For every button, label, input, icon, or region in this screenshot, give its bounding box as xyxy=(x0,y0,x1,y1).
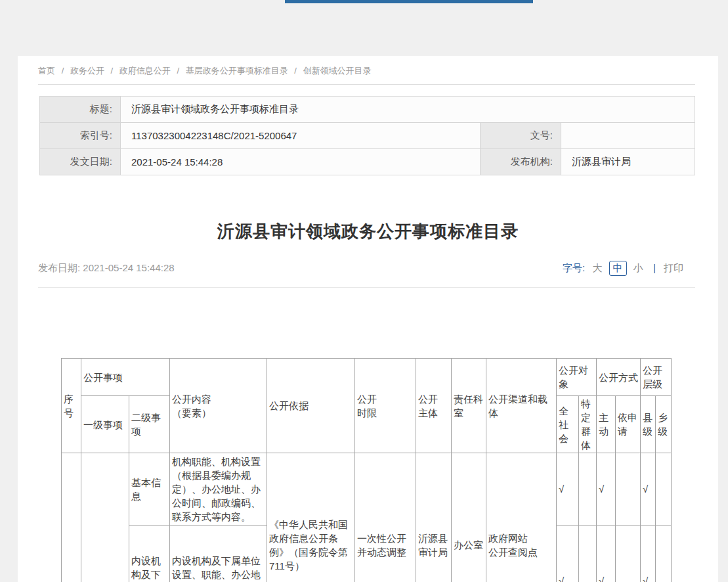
doc-info-row-title: 标题: 沂源县审计领域政务公开事项标准目录 xyxy=(40,97,695,123)
font-size-large-button[interactable]: 大 xyxy=(592,262,602,275)
tools-separator: | xyxy=(653,262,656,273)
catalog-header-row-1: 序号 公开事项 公开内容 （要素） 公开依据 公开 时限 公开 主体 责任科室 … xyxy=(62,359,672,396)
doc-number-label: 文号: xyxy=(481,123,561,149)
breadcrumb-separator: / xyxy=(62,66,64,76)
header-disclosure-content: 公开内容 （要素） xyxy=(170,359,267,453)
catalog-row-basic-info: 基本信息 机构职能、机构设置（根据县委编办规定）、办公地址、办公时间、邮政编码、… xyxy=(62,453,672,526)
cell-level2-item: 基本信息 xyxy=(129,453,170,526)
header-responsible-office: 责任科室 xyxy=(452,359,486,453)
cell-channels-carriers: 政府网站 公开查阅点 xyxy=(486,453,557,582)
header-specific-group: 特定群体 xyxy=(579,396,597,453)
cell-disclosure-subject: 沂源县审计局 xyxy=(416,453,452,582)
breadcrumb-item-zhengwu[interactable]: 政务公开 xyxy=(70,66,104,76)
doc-info-table: 标题: 沂源县审计领域政务公开事项标准目录 索引号: 1137032300422… xyxy=(39,96,695,175)
breadcrumb-separator: / xyxy=(177,66,179,76)
cell-disclosure-deadline: 一次性公开并动态调整 xyxy=(355,453,416,582)
publish-date-value: 2021-05-24 15:44:28 xyxy=(83,262,174,273)
article-meta-bar: 发布日期: 2021-05-24 15:44:28 字号: 大 中 小 | 打印 xyxy=(38,261,695,277)
top-nav-active-indicator xyxy=(285,0,533,3)
doc-title-value: 沂源县审计领域政务公开事项标准目录 xyxy=(121,97,695,123)
header-disclosure-deadline: 公开 时限 xyxy=(355,359,416,453)
check-county-level: √ xyxy=(641,526,656,582)
article-meta-divider xyxy=(38,287,695,288)
check-township-level xyxy=(656,453,672,526)
header-township-level: 乡级 xyxy=(656,396,672,453)
doc-agency-value: 沂源县审计局 xyxy=(561,149,695,175)
header-disclosure-subject: 公开 主体 xyxy=(416,359,452,453)
page-title: 沂源县审计领域政务公开事项标准目录 xyxy=(18,220,718,243)
check-whole-society: √ xyxy=(557,526,579,582)
header-channels-carriers: 公开渠道和载体 xyxy=(486,359,557,453)
cell-serial-number xyxy=(62,453,81,582)
cell-level2-item: 内设机构及下属事业单位 xyxy=(129,526,170,582)
catalog-table: 序号 公开事项 公开内容 （要素） 公开依据 公开 时限 公开 主体 责任科室 … xyxy=(61,358,672,582)
breadcrumb: 首页 / 政务公开 / 政府信息公开 / 基层政务公开事项标准目录 / 创新领域… xyxy=(38,65,695,77)
font-size-label: 字号: xyxy=(563,262,585,273)
content-card: 首页 / 政务公开 / 政府信息公开 / 基层政务公开事项标准目录 / 创新领域… xyxy=(18,56,718,582)
header-level1-item: 一级事项 xyxy=(81,396,129,453)
breadcrumb-item-jiceng[interactable]: 基层政务公开事项标准目录 xyxy=(186,66,288,76)
breadcrumb-item-xinxi[interactable]: 政府信息公开 xyxy=(119,66,171,76)
header-level2-item: 二级事项 xyxy=(129,396,170,453)
doc-index-value: 11370323004223148C/2021-5200647 xyxy=(121,123,481,149)
cell-responsible-office: 办公室 xyxy=(452,453,486,582)
breadcrumb-separator: / xyxy=(111,66,114,76)
header-county-level: 县级 xyxy=(641,396,656,453)
breadcrumb-separator: / xyxy=(294,66,297,76)
doc-index-label: 索引号: xyxy=(40,123,121,149)
header-disclosure-target: 公开对象 xyxy=(557,359,597,396)
check-upon-request xyxy=(616,453,641,526)
doc-info-row-date: 发文日期: 2021-05-24 15:44:28 发布机构: 沂源县审计局 xyxy=(40,149,695,175)
breadcrumb-divider xyxy=(38,84,695,85)
check-whole-society: √ xyxy=(557,453,579,526)
doc-title-label: 标题: xyxy=(40,97,121,123)
breadcrumb-item-home[interactable]: 首页 xyxy=(38,66,55,76)
doc-issue-date-value: 2021-05-24 15:44:28 xyxy=(121,149,481,175)
print-button[interactable]: 打印 xyxy=(664,262,683,273)
cell-disclosure-basis: 《中华人民共和国政府信息公开条例》（国务院令第711号） xyxy=(267,453,355,582)
check-specific-group xyxy=(579,453,597,526)
publish-date: 发布日期: 2021-05-24 15:44:28 xyxy=(38,262,175,275)
doc-agency-label: 发布机构: xyxy=(481,149,561,175)
cell-level1-item xyxy=(81,453,129,582)
header-serial-number: 序号 xyxy=(62,359,81,453)
header-whole-society: 全社会 xyxy=(557,396,579,453)
header-upon-request: 依申请 xyxy=(616,396,641,453)
check-proactive: √ xyxy=(597,453,616,526)
font-size-small-button[interactable]: 小 xyxy=(633,262,643,275)
doc-number-value xyxy=(561,123,695,149)
check-township-level xyxy=(656,526,672,582)
publish-date-label: 发布日期: xyxy=(38,262,80,273)
doc-issue-date-label: 发文日期: xyxy=(40,149,121,175)
check-specific-group xyxy=(579,526,597,582)
doc-info-row-index: 索引号: 11370323004223148C/2021-5200647 文号: xyxy=(40,123,695,149)
header-disclosure-level: 公开层级 xyxy=(641,359,672,396)
header-disclosure-item: 公开事项 xyxy=(81,359,170,396)
header-disclosure-method: 公开方式 xyxy=(597,359,641,396)
header-proactive: 主动 xyxy=(597,396,616,453)
breadcrumb-item-chuangxin[interactable]: 创新领域公开目录 xyxy=(303,66,372,76)
font-size-medium-button[interactable]: 中 xyxy=(609,261,627,276)
check-upon-request xyxy=(616,526,641,582)
cell-disclosure-content: 内设机构及下属单位设置、职能、办公地址、办公时间、联系方式、负责人姓名等 xyxy=(170,526,267,582)
check-county-level: √ xyxy=(641,453,656,526)
header-disclosure-basis: 公开依据 xyxy=(267,359,355,453)
cell-disclosure-content: 机构职能、机构设置（根据县委编办规定）、办公地址、办公时间、邮政编码、联系方式等… xyxy=(170,453,267,526)
article-tools: 字号: 大 中 小 | 打印 xyxy=(563,261,683,276)
check-proactive: √ xyxy=(597,526,616,582)
